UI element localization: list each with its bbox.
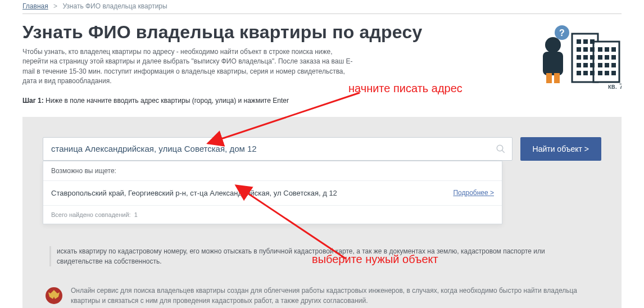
svg-rect-18 (605, 47, 609, 52)
search-icon (496, 144, 506, 154)
svg-rect-22 (611, 55, 616, 60)
svg-rect-32 (554, 73, 560, 83)
step-1: Шаг 1: Ниже в поле начните вводить адрес… (22, 97, 622, 105)
svg-rect-16 (590, 71, 595, 75)
svg-rect-17 (598, 47, 602, 52)
suggestions-header: Возможно вы ищете: (43, 161, 502, 181)
find-object-button[interactable]: Найти объект > (520, 137, 601, 161)
hint-text: искать квартиру по кадастровому номеру, … (49, 246, 595, 266)
illustration: ? кв. 72 (509, 22, 622, 90)
svg-rect-26 (598, 71, 602, 75)
svg-rect-11 (577, 63, 581, 67)
breadcrumb-current: Узнать ФИО владельца квартиры (62, 2, 167, 10)
svg-rect-7 (590, 47, 595, 52)
svg-rect-24 (605, 63, 609, 67)
breadcrumb-sep: > (50, 2, 61, 10)
svg-rect-14 (577, 71, 581, 75)
svg-rect-20 (598, 55, 602, 60)
eagle-icon (45, 287, 63, 305)
svg-rect-9 (583, 55, 588, 60)
svg-rect-8 (577, 55, 581, 60)
suggestion-row[interactable]: Ставропольский край, Георгиевский р-н, с… (43, 181, 502, 206)
suggestions-dropdown: Возможно вы ищете: Ставропольский край, … (43, 161, 502, 224)
intro-text: Чтобы узнать, кто владелец квартиры по а… (22, 47, 360, 87)
svg-rect-15 (583, 71, 588, 75)
svg-rect-19 (611, 47, 616, 52)
suggestions-footer: Всего найдено совпадений: 1 (43, 206, 502, 224)
svg-rect-21 (605, 55, 609, 60)
svg-line-36 (502, 150, 505, 153)
svg-point-29 (545, 37, 561, 53)
apt-label: кв. 72 (608, 82, 622, 90)
svg-rect-3 (583, 39, 588, 44)
svg-rect-31 (546, 73, 552, 83)
svg-rect-4 (590, 39, 595, 44)
svg-rect-5 (577, 47, 581, 52)
address-input[interactable] (43, 137, 513, 161)
svg-text:?: ? (559, 28, 565, 38)
step-text: Ниже в поле начните вводить адрес кварти… (46, 97, 289, 105)
breadcrumb: Главная > Узнать ФИО владельца квартиры (22, 0, 622, 14)
svg-rect-10 (590, 55, 595, 60)
svg-rect-28 (611, 71, 616, 75)
svg-rect-27 (605, 71, 609, 75)
svg-rect-30 (543, 52, 563, 75)
service-description-text: Онлайн сервис для поиска владельцев квар… (71, 286, 599, 306)
svg-rect-25 (611, 63, 616, 67)
svg-rect-13 (590, 63, 595, 67)
svg-rect-2 (577, 39, 581, 44)
suggestion-more-link[interactable]: Подробнее > (453, 189, 494, 197)
step-label: Шаг 1: (22, 97, 44, 105)
suggestion-text: Ставропольский край, Георгиевский р-н, с… (51, 189, 337, 197)
svg-rect-6 (583, 47, 588, 52)
service-description: Онлайн сервис для поиска владельцев квар… (43, 273, 601, 306)
search-panel: Найти объект > Возможно вы ищете: Ставро… (22, 117, 622, 308)
svg-rect-23 (598, 63, 602, 67)
svg-rect-12 (583, 63, 588, 67)
svg-point-35 (497, 145, 503, 151)
breadcrumb-home-link[interactable]: Главная (22, 2, 48, 10)
